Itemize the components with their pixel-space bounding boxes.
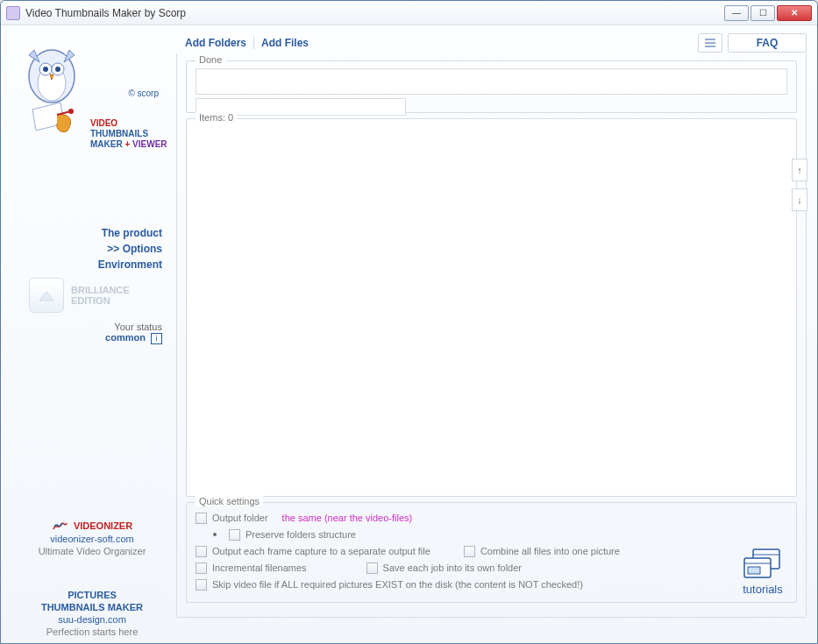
preserve-folders-label[interactable]: Preserve folders structure [245,529,356,540]
done-list[interactable] [196,68,787,95]
move-up-button[interactable]: ↑ [792,159,807,181]
items-legend: Items: 0 [196,112,237,123]
move-down-button[interactable]: ↓ [792,188,807,211]
promo-section: VIDEONIZER videonizer-soft.com Ultimate … [13,520,171,638]
titlebar[interactable]: Video Thumbnails Maker by Scorp — ☐ ✕ [1,1,817,25]
nav-links: The product >> Options Environment [13,225,171,272]
nav-product[interactable]: The product [13,225,162,241]
output-folder-label[interactable]: Output folder [212,513,268,523]
svg-rect-14 [748,567,760,574]
info-icon[interactable]: i [151,333,162,344]
edition-box[interactable]: BRILLIANCE EDITION [13,278,171,313]
close-button[interactable]: ✕ [777,5,812,21]
window-controls: — ☐ ✕ [724,5,812,21]
promo-videonizer: VIDEONIZER videonizer-soft.com Ultimate … [13,520,171,557]
svg-point-4 [43,67,48,72]
quick-settings-group: Quick settings Output folder the same (n… [186,502,797,603]
edition-icon [29,278,64,313]
reorder-buttons: ↑ ↓ [792,159,807,211]
divider [253,37,254,49]
app-window: Video Thumbnails Maker by Scorp — ☐ ✕ [0,0,818,644]
skip-checkbox[interactable] [196,579,207,591]
client-area: © scorp VIDEO THUMBNAILS MAKER + VIEWER … [1,25,817,643]
own-folder-checkbox[interactable] [366,563,378,574]
incremental-label[interactable]: Incremental filenames [212,563,307,573]
add-files-link[interactable]: Add Files [261,37,309,49]
topbar: Add Folders Add Files FAQ [176,34,807,52]
done-group: Done [186,60,797,113]
owl-icon [15,39,94,145]
incremental-checkbox[interactable] [196,563,207,574]
tutorials-link[interactable]: tutorials [739,546,786,596]
logo-area: © scorp VIDEO THUMBNAILS MAKER + VIEWER [13,38,171,152]
copyright-text: © scorp [128,88,159,98]
videonizer-icon [52,520,68,533]
status-value: common [105,332,146,343]
promo-pictures: PICTURES THUMBNAILS MAKER suu-design.com… [13,589,171,638]
add-folders-link[interactable]: Add Folders [185,37,246,49]
tutorials-icon [739,546,786,581]
faq-button[interactable]: FAQ [728,33,807,53]
status-label: Your status [13,322,162,332]
separate-output-checkbox[interactable] [196,546,207,557]
combine-checkbox[interactable] [464,546,475,557]
output-folder-value[interactable]: the same (near the video-files) [282,513,413,523]
main-area: Add Folders Add Files FAQ Done Items: 0 [176,34,807,633]
quick-legend: Quick settings [196,496,263,506]
combine-label[interactable]: Combine all files into one picture [480,546,620,556]
app-name: VIDEO THUMBNAILS MAKER + VIEWER [90,118,167,150]
preserve-folders-checkbox[interactable] [229,529,240,541]
own-folder-label[interactable]: Save each job into its own folder [383,563,522,573]
status-block: Your status common i [13,322,171,344]
edition-label: BRILLIANCE EDITION [71,285,130,306]
window-title: Video Thumbnails Maker by Scorp [25,7,724,19]
minimize-button[interactable]: — [724,5,749,21]
list-view-icon[interactable] [698,33,722,53]
app-icon [6,6,20,20]
tutorials-label: tutorials [739,583,786,596]
bullet-icon [213,533,217,536]
nav-environment[interactable]: Environment [13,257,162,272]
output-folder-checkbox[interactable] [196,513,207,524]
suu-design-link[interactable]: suu-design.com [13,613,171,626]
separate-output-label[interactable]: Output each frame capture to a separate … [212,546,430,556]
maximize-button[interactable]: ☐ [750,5,775,21]
videonizer-link[interactable]: videonizer-soft.com [13,533,171,545]
done-legend: Done [196,54,225,65]
nav-options[interactable]: >> Options [13,241,162,257]
items-group: Items: 0 [186,118,797,497]
sidebar: © scorp VIDEO THUMBNAILS MAKER + VIEWER … [11,34,176,633]
svg-point-5 [55,67,60,72]
skip-label[interactable]: Skip video file if ALL required pictures… [212,579,583,590]
svg-point-6 [68,109,74,114]
